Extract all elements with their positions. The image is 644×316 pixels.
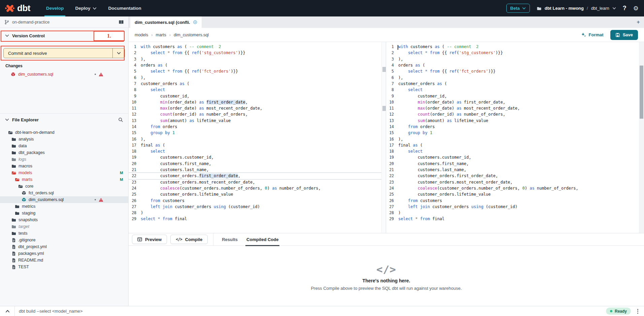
- panel-tab-results[interactable]: Results: [217, 233, 242, 246]
- code-line[interactable]: 2 select * from {{ ref('stg_customers')}…: [129, 50, 381, 56]
- code-line[interactable]: 5 select * from {{ ref('fct_orders')}}: [386, 68, 639, 74]
- tree-item-dbt-learn-on-demand[interactable]: dbt-learn-on-demand: [0, 129, 128, 136]
- nav-deploy[interactable]: Deploy: [69, 0, 102, 16]
- tree-item-staging[interactable]: staging: [0, 210, 128, 216]
- code-line[interactable]: 9 customer_id,: [386, 93, 639, 99]
- left-editor-scrollbar[interactable]: [381, 42, 386, 233]
- docs-book-icon[interactable]: [118, 20, 124, 25]
- save-button[interactable]: Save: [610, 30, 638, 40]
- code-line[interactable]: 11 max(order_date) as most_recent_order_…: [386, 105, 639, 111]
- tree-item-core[interactable]: core: [0, 183, 128, 190]
- nav-documentation[interactable]: Documentation: [102, 0, 147, 16]
- tree-item-metrics[interactable]: metrics: [0, 203, 128, 210]
- code-line[interactable]: 10 min(order_date) as first_order_date,: [129, 99, 381, 105]
- code-line[interactable]: 21 customers.last_name,: [129, 167, 381, 173]
- code-line[interactable]: 13 sum(amount) as lifetime_value: [386, 118, 639, 124]
- code-line[interactable]: 13 sum(amount) as lifetime_value: [129, 118, 381, 124]
- code-line[interactable]: 27 left join customer_orders using (cust…: [386, 204, 639, 210]
- code-line[interactable]: 25 customer_orders.lifetime_value: [386, 191, 639, 197]
- commit-and-resolve-button[interactable]: Commit and resolve: [3, 48, 125, 58]
- code-line[interactable]: 20 customers.first_name,: [129, 161, 381, 167]
- tree-item-dbt_packages[interactable]: dbt_packages: [0, 149, 128, 156]
- panel-tab-compiled-code[interactable]: Compiled Code: [242, 233, 283, 246]
- code-line[interactable]: 15 group by 1: [129, 130, 381, 136]
- tree-item-.gitignore[interactable]: .gitignore: [0, 237, 128, 243]
- tree-item-fct_orders.sql[interactable]: fct_orders.sql: [0, 190, 128, 196]
- dbt-logo[interactable]: dbt: [5, 3, 30, 13]
- code-line[interactable]: 29select * from final: [129, 216, 381, 222]
- tab-dim-customers[interactable]: dim_customers.sql (confli...: [130, 16, 202, 28]
- code-line[interactable]: 2 select * from {{ ref('stg_customers')}…: [386, 50, 639, 56]
- code-line[interactable]: 6),: [129, 74, 381, 80]
- format-button[interactable]: Format: [581, 32, 604, 37]
- code-line[interactable]: 8 select: [129, 87, 381, 93]
- code-line[interactable]: 19 customers.customer_id,: [386, 154, 639, 160]
- code-line[interactable]: 26 from customers: [386, 197, 639, 203]
- code-line[interactable]: 17final as (: [129, 142, 381, 148]
- code-line[interactable]: 24 coalesce(customer_orders.number_of_or…: [129, 185, 381, 191]
- code-line[interactable]: 17final as (: [386, 142, 639, 148]
- code-line[interactable]: 16),: [129, 136, 381, 142]
- code-line[interactable]: 7customer_orders as (: [386, 81, 639, 87]
- tree-item-data[interactable]: data: [0, 143, 128, 149]
- scrollbar-thumb[interactable]: [382, 67, 386, 72]
- changed-file-dim_customers.sql[interactable]: dim_customers.sql: [0, 71, 128, 78]
- code-line[interactable]: 1with customers as ( -- comment 2: [386, 44, 639, 50]
- code-line[interactable]: 26 from customers: [129, 197, 381, 203]
- code-line[interactable]: 22 customer_orders.first_order_date,: [129, 173, 381, 179]
- code-line[interactable]: 28): [386, 210, 639, 216]
- code-line[interactable]: 23 customer_orders.most_recent_order_dat…: [129, 179, 381, 185]
- code-line[interactable]: 14 from orders: [386, 124, 639, 130]
- kebab-menu-icon[interactable]: [636, 308, 639, 315]
- tree-item-dim_customers.sql[interactable]: dim_customers.sql: [0, 196, 128, 203]
- gear-icon[interactable]: [633, 5, 639, 11]
- tree-item-analysis[interactable]: analysis: [0, 136, 128, 143]
- search-icon[interactable]: [118, 117, 123, 122]
- code-line[interactable]: 3),: [129, 56, 381, 62]
- code-line[interactable]: 3),: [386, 56, 639, 62]
- code-line[interactable]: 11 max(order_date) as most_recent_order_…: [129, 105, 381, 111]
- tree-item-marts[interactable]: martsM: [0, 176, 128, 183]
- code-line[interactable]: 5 select * from {{ ref('fct_orders')}}: [129, 68, 381, 74]
- code-line[interactable]: 6),: [386, 74, 639, 80]
- code-line[interactable]: 21 customers.last_name,: [386, 167, 639, 173]
- code-line[interactable]: 25 customer_orders.lifetime_value: [129, 191, 381, 197]
- git-branch-row[interactable]: on-demand-practice: [0, 16, 128, 28]
- tree-item-logs[interactable]: logs: [0, 156, 128, 163]
- code-line[interactable]: 22 customer_orders.first_order_date,: [386, 173, 639, 179]
- preview-button[interactable]: Preview: [132, 235, 167, 244]
- tree-item-tests[interactable]: tests: [0, 230, 128, 237]
- code-line[interactable]: 27 left join customer_orders using (cust…: [129, 204, 381, 210]
- right-editor-scrollbar[interactable]: [639, 42, 644, 233]
- help-icon[interactable]: ?: [623, 5, 626, 12]
- code-line[interactable]: 15 group by 1: [386, 130, 639, 136]
- scrollbar-thumb[interactable]: [640, 66, 643, 119]
- code-line[interactable]: 1with customers as ( -- comment 2: [129, 44, 381, 50]
- tree-item-packages.yml[interactable]: packages.yml: [0, 250, 128, 257]
- code-line[interactable]: 10 min(order_date) as first_order_date,: [386, 99, 639, 105]
- new-tab-button[interactable]: +: [637, 19, 640, 26]
- code-line[interactable]: 18 select: [386, 148, 639, 154]
- tree-item-target[interactable]: target: [0, 223, 128, 230]
- code-line[interactable]: 9 customer_id,: [129, 93, 381, 99]
- code-line[interactable]: 23 customer_orders.most_recent_order_dat…: [386, 179, 639, 185]
- code-line[interactable]: 29select * from final: [386, 216, 639, 222]
- code-editor-right[interactable]: 1with customers as ( -- comment 22 selec…: [386, 42, 639, 233]
- tree-item-README.md[interactable]: README.md: [0, 257, 128, 264]
- ready-status-badge[interactable]: Ready: [606, 308, 631, 315]
- breadcrumb-item[interactable]: dim_customers.sql: [166, 33, 209, 37]
- code-line[interactable]: 28): [129, 210, 381, 216]
- code-line[interactable]: 4orders as (: [129, 62, 381, 68]
- code-line[interactable]: 19 customers.customer_id,: [129, 154, 381, 160]
- code-line[interactable]: 8 select: [386, 87, 639, 93]
- code-line[interactable]: 12 count(order_id) as number_of_orders,: [129, 111, 381, 117]
- beta-dropdown[interactable]: Beta: [506, 4, 530, 13]
- code-line[interactable]: 7customer_orders as (: [129, 81, 381, 87]
- expand-command-bar-button[interactable]: [3, 309, 12, 313]
- nav-develop[interactable]: Develop: [40, 0, 70, 16]
- account-project-switcher[interactable]: dbt Learn - mwong / dbt_learn: [537, 6, 616, 11]
- code-line[interactable]: 16),: [386, 136, 639, 142]
- file-explorer-header[interactable]: File Explorer: [0, 114, 128, 126]
- command-input[interactable]: dbt build --select <model_name>: [19, 309, 82, 314]
- tree-item-models[interactable]: modelsM: [0, 169, 128, 176]
